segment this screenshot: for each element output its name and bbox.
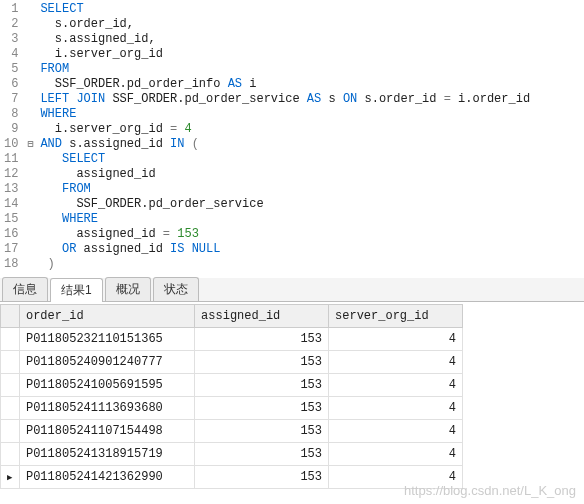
fold-marker	[24, 167, 36, 182]
fold-marker	[24, 32, 36, 47]
table-row[interactable]: P0118052411136936801534	[1, 397, 463, 420]
row-marker	[1, 351, 20, 374]
line-number: 18	[4, 257, 18, 272]
fold-marker	[24, 92, 36, 107]
table-row[interactable]: P0118052411071544981534	[1, 420, 463, 443]
line-number: 15	[4, 212, 18, 227]
code-line[interactable]: i.server_org_id = 4	[40, 122, 530, 137]
line-number: 11	[4, 152, 18, 167]
fold-marker	[24, 242, 36, 257]
cell-assigned-id[interactable]: 153	[195, 443, 329, 466]
fold-marker	[24, 122, 36, 137]
cell-order-id[interactable]: P011805241113693680	[19, 397, 194, 420]
code-line[interactable]: WHERE	[40, 212, 530, 227]
code-line[interactable]: SELECT	[40, 2, 530, 17]
fold-marker	[24, 77, 36, 92]
sql-editor[interactable]: 123456789101112131415161718 ⊟ SELECT s.o…	[0, 0, 584, 278]
fold-marker	[24, 17, 36, 32]
line-number: 13	[4, 182, 18, 197]
fold-marker	[24, 212, 36, 227]
code-line[interactable]: assigned_id = 153	[40, 227, 530, 242]
fold-marker	[24, 47, 36, 62]
line-number: 4	[4, 47, 18, 62]
code-line[interactable]: LEFT JOIN SSF_ORDER.pd_order_service AS …	[40, 92, 530, 107]
cell-server-org-id[interactable]: 4	[329, 397, 463, 420]
cell-assigned-id[interactable]: 153	[195, 420, 329, 443]
code-line[interactable]: assigned_id	[40, 167, 530, 182]
fold-marker	[24, 197, 36, 212]
tab-0[interactable]: 信息	[2, 277, 48, 301]
code-line[interactable]: FROM	[40, 62, 530, 77]
code-line[interactable]: )	[40, 257, 530, 272]
table-row[interactable]: P0118052410056915951534	[1, 374, 463, 397]
cell-assigned-id[interactable]: 153	[195, 397, 329, 420]
fold-marker	[24, 227, 36, 242]
row-marker	[1, 420, 20, 443]
line-number: 12	[4, 167, 18, 182]
code-line[interactable]: OR assigned_id IS NULL	[40, 242, 530, 257]
cell-server-org-id[interactable]: 4	[329, 351, 463, 374]
code-line[interactable]: FROM	[40, 182, 530, 197]
line-number: 6	[4, 77, 18, 92]
cell-assigned-id[interactable]: 153	[195, 351, 329, 374]
cell-server-org-id[interactable]: 4	[329, 443, 463, 466]
line-number: 8	[4, 107, 18, 122]
table-row[interactable]: P0118052413189157191534	[1, 443, 463, 466]
code-line[interactable]: WHERE	[40, 107, 530, 122]
table-row[interactable]: P0118052409012407771534	[1, 351, 463, 374]
cell-server-org-id[interactable]: 4	[329, 374, 463, 397]
row-marker-header	[1, 305, 20, 328]
cell-assigned-id[interactable]: 153	[195, 328, 329, 351]
table-row[interactable]: P0118052414213629901534	[1, 466, 463, 489]
code-line[interactable]: AND s.assigned_id IN (	[40, 137, 530, 152]
line-number: 7	[4, 92, 18, 107]
line-number: 1	[4, 2, 18, 17]
fold-marker	[24, 152, 36, 167]
table-row[interactable]: P0118052321101513651534	[1, 328, 463, 351]
cell-order-id[interactable]: P011805232110151365	[19, 328, 194, 351]
row-marker	[1, 328, 20, 351]
row-marker	[1, 466, 20, 489]
cell-order-id[interactable]: P011805241005691595	[19, 374, 194, 397]
code-line[interactable]: SSF_ORDER.pd_order_info AS i	[40, 77, 530, 92]
row-marker	[1, 397, 20, 420]
cell-server-org-id[interactable]: 4	[329, 466, 463, 489]
line-number: 10	[4, 137, 18, 152]
code-area[interactable]: SELECT s.order_id, s.assigned_id, i.serv…	[36, 0, 534, 278]
code-line[interactable]: SELECT	[40, 152, 530, 167]
code-line[interactable]: s.assigned_id,	[40, 32, 530, 47]
code-line[interactable]: s.order_id,	[40, 17, 530, 32]
fold-marker	[24, 257, 36, 272]
result-grid[interactable]: order_idassigned_idserver_org_id P011805…	[0, 304, 463, 489]
line-number: 16	[4, 227, 18, 242]
row-marker	[1, 443, 20, 466]
tab-2[interactable]: 概况	[105, 277, 151, 301]
cell-order-id[interactable]: P011805241318915719	[19, 443, 194, 466]
cell-order-id[interactable]: P011805240901240777	[19, 351, 194, 374]
fold-column[interactable]: ⊟	[24, 0, 36, 278]
line-number: 3	[4, 32, 18, 47]
fold-marker[interactable]: ⊟	[24, 137, 36, 152]
line-number: 17	[4, 242, 18, 257]
cell-assigned-id[interactable]: 153	[195, 374, 329, 397]
line-gutter: 123456789101112131415161718	[0, 0, 24, 278]
line-number: 14	[4, 197, 18, 212]
tab-1[interactable]: 结果1	[50, 278, 103, 302]
cell-order-id[interactable]: P011805241107154498	[19, 420, 194, 443]
tab-3[interactable]: 状态	[153, 277, 199, 301]
cell-server-org-id[interactable]: 4	[329, 420, 463, 443]
fold-marker	[24, 62, 36, 77]
line-number: 9	[4, 122, 18, 137]
fold-marker	[24, 2, 36, 17]
cell-assigned-id[interactable]: 153	[195, 466, 329, 489]
fold-marker	[24, 107, 36, 122]
code-line[interactable]: SSF_ORDER.pd_order_service	[40, 197, 530, 212]
cell-server-org-id[interactable]: 4	[329, 328, 463, 351]
result-tabs: 信息结果1概况状态	[0, 278, 584, 302]
col-header-assigned_id[interactable]: assigned_id	[195, 305, 329, 328]
cell-order-id[interactable]: P011805241421362990	[19, 466, 194, 489]
line-number: 2	[4, 17, 18, 32]
code-line[interactable]: i.server_org_id	[40, 47, 530, 62]
col-header-server_org_id[interactable]: server_org_id	[329, 305, 463, 328]
col-header-order_id[interactable]: order_id	[19, 305, 194, 328]
